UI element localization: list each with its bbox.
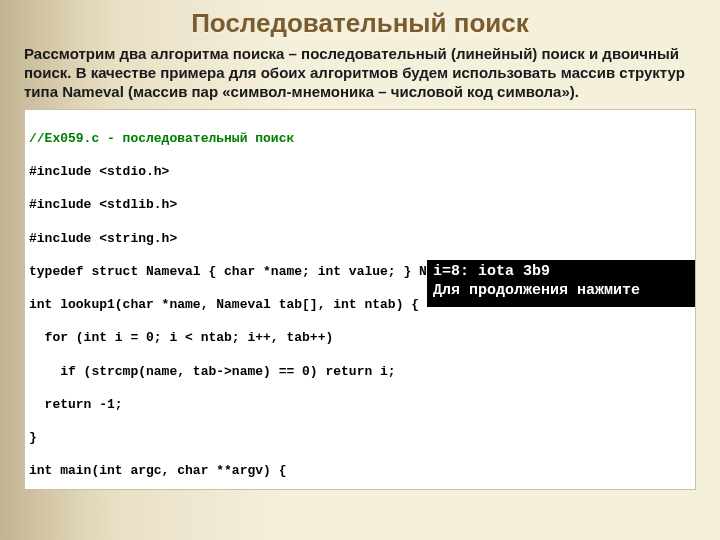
- code-line: #include <stdlib.h>: [29, 197, 687, 214]
- code-line: int main(int argc, char **argv) {: [29, 463, 687, 480]
- code-line: }: [29, 430, 687, 447]
- code-line: if (strcmp(name, tab->name) == 0) return…: [29, 364, 687, 381]
- console-output: i=8: iota 3b9 Для продолжения нажмите: [427, 260, 695, 307]
- intro-text: Рассмотрим два алгоритма поиска – послед…: [24, 45, 696, 101]
- code-line: return -1;: [29, 397, 687, 414]
- output-line: i=8: iota 3b9: [433, 263, 550, 280]
- output-line: Для продолжения нажмите: [433, 282, 640, 299]
- code-line: //Ex059.c - последовательный поиск: [29, 131, 687, 148]
- code-line: #include <string.h>: [29, 231, 687, 248]
- slide-title: Последовательный поиск: [24, 8, 696, 39]
- slide: Последовательный поиск Рассмотрим два ал…: [0, 0, 720, 490]
- code-line: #include <stdio.h>: [29, 164, 687, 181]
- code-block: //Ex059.c - последовательный поиск #incl…: [24, 109, 696, 490]
- code-line: for (int i = 0; i < ntab; i++, tab++): [29, 330, 687, 347]
